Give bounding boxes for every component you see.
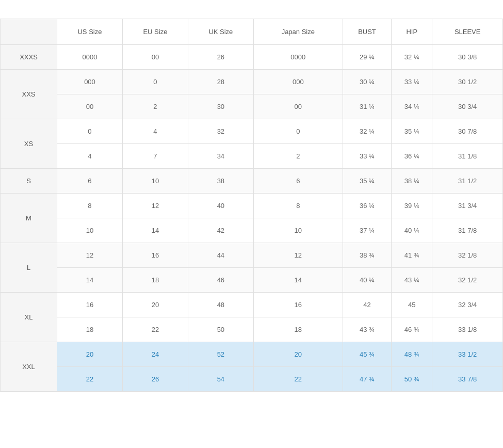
cell-sleeve: 33 7/8 — [432, 367, 503, 392]
cell-uk: 32 — [188, 119, 253, 144]
page-container: US SizeEU SizeUK SizeJapan SizeBUSTHIPSL… — [0, 0, 503, 402]
cell-japan: 10 — [253, 218, 343, 243]
cell-uk: 26 — [188, 45, 253, 70]
cell-bust: 38 ¾ — [343, 243, 391, 268]
size-label: L — [1, 243, 57, 293]
cell-sleeve: 33 1/8 — [432, 317, 503, 342]
cell-uk: 48 — [188, 293, 253, 317]
table-row: 1822501843 ¾46 ¾33 1/8 — [1, 317, 503, 342]
size-label: XS — [1, 119, 57, 169]
cell-bust: 42 — [343, 293, 391, 317]
cell-eu: 10 — [122, 169, 188, 194]
header-bust: BUST — [343, 19, 391, 45]
cell-japan: 16 — [253, 293, 343, 317]
cell-hip: 34 ¼ — [392, 94, 432, 119]
cell-uk: 42 — [188, 218, 253, 243]
cell-us: 22 — [57, 367, 123, 392]
table-row: XL16204816424532 3/4 — [1, 293, 503, 317]
cell-hip: 38 ¼ — [392, 169, 432, 194]
cell-bust: 40 ¼ — [343, 268, 391, 293]
cell-uk: 46 — [188, 268, 253, 293]
cell-hip: 48 ¾ — [392, 342, 432, 367]
cell-sleeve: 31 7/8 — [432, 218, 503, 243]
cell-hip: 33 ¼ — [392, 70, 432, 94]
cell-japan: 20 — [253, 342, 343, 367]
cell-eu: 0 — [122, 70, 188, 94]
cell-bust: 45 ¾ — [343, 342, 391, 367]
cell-japan: 00 — [253, 94, 343, 119]
size-label: M — [1, 194, 57, 243]
cell-hip: 50 ¾ — [392, 367, 432, 392]
cell-sleeve: 30 7/8 — [432, 119, 503, 144]
cell-japan: 000 — [253, 70, 343, 94]
cell-japan: 18 — [253, 317, 343, 342]
cell-us: 000 — [57, 70, 123, 94]
cell-eu: 22 — [122, 317, 188, 342]
cell-bust: 32 ¼ — [343, 119, 391, 144]
table-row: S61038635 ¼38 ¼31 1/2 — [1, 169, 503, 194]
header-sleeve: SLEEVE — [432, 19, 503, 45]
cell-sleeve: 33 1/2 — [432, 342, 503, 367]
cell-sleeve: 30 1/2 — [432, 70, 503, 94]
size-label: S — [1, 169, 57, 194]
cell-hip: 43 ¼ — [392, 268, 432, 293]
header-hip: HIP — [392, 19, 432, 45]
cell-japan: 0 — [253, 119, 343, 144]
cell-us: 10 — [57, 218, 123, 243]
cell-japan: 2 — [253, 144, 343, 169]
cell-bust: 36 ¼ — [343, 194, 391, 218]
table-row: 2226542247 ¾50 ¾33 7/8 — [1, 367, 503, 392]
header-us-size: US Size — [57, 19, 123, 45]
size-chart-table: US SizeEU SizeUK SizeJapan SizeBUSTHIPSL… — [0, 19, 503, 392]
size-label: XXS — [1, 70, 57, 119]
cell-sleeve: 31 1/2 — [432, 169, 503, 194]
cell-uk: 44 — [188, 243, 253, 268]
cell-eu: 00 — [122, 45, 188, 70]
title-row — [0, 5, 503, 19]
cell-us: 4 — [57, 144, 123, 169]
cell-japan: 14 — [253, 268, 343, 293]
cell-bust: 31 ¼ — [343, 94, 391, 119]
cell-hip: 35 ¼ — [392, 119, 432, 144]
cell-eu: 16 — [122, 243, 188, 268]
cell-sleeve: 32 1/8 — [432, 243, 503, 268]
cell-us: 00 — [57, 94, 123, 119]
cell-japan: 22 — [253, 367, 343, 392]
table-row: XXXS00000026000029 ¼32 ¼30 3/8 — [1, 45, 503, 70]
table-row: 1014421037 ¼40 ¼31 7/8 — [1, 218, 503, 243]
cell-bust: 35 ¼ — [343, 169, 391, 194]
table-row: M81240836 ¼39 ¼31 3/4 — [1, 194, 503, 218]
cell-japan: 0000 — [253, 45, 343, 70]
cell-us: 16 — [57, 293, 123, 317]
header-eu-size: EU Size — [122, 19, 188, 45]
header-japan-size: Japan Size — [253, 19, 343, 45]
cell-us: 6 — [57, 169, 123, 194]
cell-bust: 43 ¾ — [343, 317, 391, 342]
table-row: 002300031 ¼34 ¼30 3/4 — [1, 94, 503, 119]
cell-hip: 45 — [392, 293, 432, 317]
cell-eu: 18 — [122, 268, 188, 293]
cell-hip: 36 ¼ — [392, 144, 432, 169]
cell-uk: 30 — [188, 94, 253, 119]
cell-bust: 33 ¼ — [343, 144, 391, 169]
cell-japan: 12 — [253, 243, 343, 268]
cell-hip: 40 ¼ — [392, 218, 432, 243]
cell-bust: 37 ¼ — [343, 218, 391, 243]
table-row: 1418461440 ¼43 ¼32 1/2 — [1, 268, 503, 293]
cell-uk: 40 — [188, 194, 253, 218]
cell-hip: 46 ¾ — [392, 317, 432, 342]
size-label: XL — [1, 293, 57, 342]
cell-uk: 52 — [188, 342, 253, 367]
cell-us: 20 — [57, 342, 123, 367]
header-label-cell — [1, 19, 57, 45]
table-row: XXS00002800030 ¼33 ¼30 1/2 — [1, 70, 503, 94]
cell-uk: 54 — [188, 367, 253, 392]
cell-eu: 7 — [122, 144, 188, 169]
cell-sleeve: 32 3/4 — [432, 293, 503, 317]
cell-eu: 20 — [122, 293, 188, 317]
cell-hip: 32 ¼ — [392, 45, 432, 70]
header-uk-size: UK Size — [188, 19, 253, 45]
cell-sleeve: 31 1/8 — [432, 144, 503, 169]
cell-us: 14 — [57, 268, 123, 293]
size-label: XXXS — [1, 45, 57, 70]
